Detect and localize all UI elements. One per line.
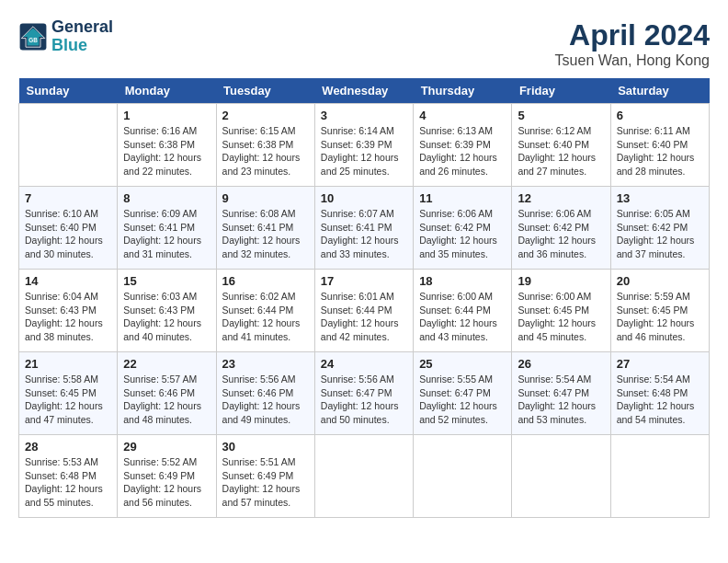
logo-icon: GB bbox=[18, 22, 48, 52]
day-info: Sunrise: 6:13 AM Sunset: 6:39 PM Dayligh… bbox=[419, 124, 506, 178]
day-number: 8 bbox=[123, 191, 210, 205]
day-info: Sunrise: 5:59 AM Sunset: 6:45 PM Dayligh… bbox=[617, 290, 703, 344]
calendar-cell: 4Sunrise: 6:13 AM Sunset: 6:39 PM Daylig… bbox=[414, 104, 512, 187]
column-header-tuesday: Tuesday bbox=[216, 78, 314, 104]
month-title: April 2024 bbox=[555, 18, 710, 52]
day-number: 23 bbox=[222, 357, 309, 371]
day-info: Sunrise: 6:06 AM Sunset: 6:42 PM Dayligh… bbox=[518, 207, 604, 261]
calendar-cell: 2Sunrise: 6:15 AM Sunset: 6:38 PM Daylig… bbox=[216, 104, 314, 187]
title-block: April 2024 Tsuen Wan, Hong Kong bbox=[555, 18, 710, 69]
day-number: 15 bbox=[123, 274, 210, 288]
calendar-cell: 27Sunrise: 5:54 AM Sunset: 6:48 PM Dayli… bbox=[610, 352, 709, 435]
day-number: 5 bbox=[518, 109, 604, 122]
day-number: 21 bbox=[25, 357, 111, 371]
day-info: Sunrise: 6:01 AM Sunset: 6:44 PM Dayligh… bbox=[321, 290, 407, 344]
column-header-thursday: Thursday bbox=[414, 78, 512, 104]
day-number: 19 bbox=[518, 274, 604, 288]
day-info: Sunrise: 6:16 AM Sunset: 6:38 PM Dayligh… bbox=[123, 124, 210, 178]
day-info: Sunrise: 6:05 AM Sunset: 6:42 PM Dayligh… bbox=[617, 207, 703, 261]
day-info: Sunrise: 5:57 AM Sunset: 6:46 PM Dayligh… bbox=[123, 373, 210, 427]
day-number: 2 bbox=[222, 109, 309, 122]
calendar-cell: 30Sunrise: 5:51 AM Sunset: 6:49 PM Dayli… bbox=[216, 435, 314, 518]
calendar-cell: 7Sunrise: 6:10 AM Sunset: 6:40 PM Daylig… bbox=[19, 187, 118, 270]
day-info: Sunrise: 6:02 AM Sunset: 6:44 PM Dayligh… bbox=[222, 290, 309, 344]
column-header-wednesday: Wednesday bbox=[314, 78, 413, 104]
day-info: Sunrise: 6:11 AM Sunset: 6:40 PM Dayligh… bbox=[617, 124, 703, 178]
svg-text:GB: GB bbox=[28, 37, 38, 43]
calendar-cell: 10Sunrise: 6:07 AM Sunset: 6:41 PM Dayli… bbox=[314, 187, 413, 270]
page-header: GB GeneralBlue April 2024 Tsuen Wan, Hon… bbox=[18, 18, 710, 69]
calendar-cell: 28Sunrise: 5:53 AM Sunset: 6:48 PM Dayli… bbox=[19, 435, 118, 518]
day-number: 10 bbox=[321, 191, 407, 205]
day-number: 4 bbox=[419, 109, 506, 122]
day-info: Sunrise: 5:52 AM Sunset: 6:49 PM Dayligh… bbox=[123, 455, 210, 510]
day-info: Sunrise: 6:00 AM Sunset: 6:45 PM Dayligh… bbox=[518, 290, 604, 344]
day-info: Sunrise: 6:04 AM Sunset: 6:43 PM Dayligh… bbox=[25, 290, 111, 344]
day-number: 1 bbox=[123, 109, 210, 122]
day-info: Sunrise: 5:54 AM Sunset: 6:48 PM Dayligh… bbox=[617, 373, 703, 427]
day-info: Sunrise: 5:56 AM Sunset: 6:46 PM Dayligh… bbox=[222, 373, 309, 427]
column-header-monday: Monday bbox=[118, 78, 216, 104]
calendar-cell: 11Sunrise: 6:06 AM Sunset: 6:42 PM Dayli… bbox=[414, 187, 512, 270]
calendar-cell: 21Sunrise: 5:58 AM Sunset: 6:45 PM Dayli… bbox=[19, 352, 118, 435]
logo: GB GeneralBlue bbox=[18, 18, 113, 55]
location: Tsuen Wan, Hong Kong bbox=[555, 52, 710, 69]
day-number: 14 bbox=[25, 274, 111, 288]
day-info: Sunrise: 5:54 AM Sunset: 6:47 PM Dayligh… bbox=[518, 373, 604, 427]
day-info: Sunrise: 6:08 AM Sunset: 6:41 PM Dayligh… bbox=[222, 207, 309, 261]
day-number: 13 bbox=[617, 191, 703, 205]
day-number: 24 bbox=[321, 357, 407, 371]
calendar-cell bbox=[414, 435, 512, 518]
calendar-cell bbox=[19, 104, 118, 187]
day-info: Sunrise: 6:09 AM Sunset: 6:41 PM Dayligh… bbox=[123, 207, 210, 261]
calendar-cell bbox=[512, 435, 610, 518]
column-header-sunday: Sunday bbox=[19, 78, 118, 104]
day-info: Sunrise: 6:12 AM Sunset: 6:40 PM Dayligh… bbox=[518, 124, 604, 178]
day-info: Sunrise: 6:06 AM Sunset: 6:42 PM Dayligh… bbox=[419, 207, 506, 261]
calendar-cell: 15Sunrise: 6:03 AM Sunset: 6:43 PM Dayli… bbox=[118, 270, 216, 352]
calendar-cell: 24Sunrise: 5:56 AM Sunset: 6:47 PM Dayli… bbox=[314, 352, 413, 435]
day-number: 6 bbox=[617, 109, 703, 122]
calendar-cell: 23Sunrise: 5:56 AM Sunset: 6:46 PM Dayli… bbox=[216, 352, 314, 435]
day-number: 27 bbox=[617, 357, 703, 371]
day-number: 11 bbox=[419, 191, 506, 205]
calendar-cell: 9Sunrise: 6:08 AM Sunset: 6:41 PM Daylig… bbox=[216, 187, 314, 270]
calendar-cell: 16Sunrise: 6:02 AM Sunset: 6:44 PM Dayli… bbox=[216, 270, 314, 352]
calendar-cell: 18Sunrise: 6:00 AM Sunset: 6:44 PM Dayli… bbox=[414, 270, 512, 352]
calendar-cell: 25Sunrise: 5:55 AM Sunset: 6:47 PM Dayli… bbox=[414, 352, 512, 435]
day-info: Sunrise: 5:53 AM Sunset: 6:48 PM Dayligh… bbox=[25, 455, 111, 510]
calendar-cell: 19Sunrise: 6:00 AM Sunset: 6:45 PM Dayli… bbox=[512, 270, 610, 352]
day-number: 12 bbox=[518, 191, 604, 205]
day-number: 22 bbox=[123, 357, 210, 371]
calendar-cell bbox=[610, 435, 709, 518]
column-header-friday: Friday bbox=[512, 78, 610, 104]
calendar-table: SundayMondayTuesdayWednesdayThursdayFrid… bbox=[18, 78, 710, 518]
calendar-cell bbox=[314, 435, 413, 518]
calendar-cell: 5Sunrise: 6:12 AM Sunset: 6:40 PM Daylig… bbox=[512, 104, 610, 187]
calendar-cell: 8Sunrise: 6:09 AM Sunset: 6:41 PM Daylig… bbox=[118, 187, 216, 270]
day-number: 17 bbox=[321, 274, 407, 288]
day-info: Sunrise: 5:56 AM Sunset: 6:47 PM Dayligh… bbox=[321, 373, 407, 427]
day-number: 18 bbox=[419, 274, 506, 288]
day-info: Sunrise: 6:07 AM Sunset: 6:41 PM Dayligh… bbox=[321, 207, 407, 261]
day-number: 28 bbox=[25, 440, 111, 454]
day-info: Sunrise: 5:51 AM Sunset: 6:49 PM Dayligh… bbox=[222, 455, 309, 510]
calendar-cell: 13Sunrise: 6:05 AM Sunset: 6:42 PM Dayli… bbox=[610, 187, 709, 270]
day-info: Sunrise: 6:14 AM Sunset: 6:39 PM Dayligh… bbox=[321, 124, 407, 178]
calendar-cell: 20Sunrise: 5:59 AM Sunset: 6:45 PM Dayli… bbox=[610, 270, 709, 352]
day-number: 7 bbox=[25, 191, 111, 205]
column-header-saturday: Saturday bbox=[610, 78, 709, 104]
day-info: Sunrise: 5:55 AM Sunset: 6:47 PM Dayligh… bbox=[419, 373, 506, 427]
calendar-cell: 29Sunrise: 5:52 AM Sunset: 6:49 PM Dayli… bbox=[118, 435, 216, 518]
day-info: Sunrise: 5:58 AM Sunset: 6:45 PM Dayligh… bbox=[25, 373, 111, 427]
day-number: 26 bbox=[518, 357, 604, 371]
calendar-cell: 6Sunrise: 6:11 AM Sunset: 6:40 PM Daylig… bbox=[610, 104, 709, 187]
day-info: Sunrise: 6:00 AM Sunset: 6:44 PM Dayligh… bbox=[419, 290, 506, 344]
calendar-cell: 17Sunrise: 6:01 AM Sunset: 6:44 PM Dayli… bbox=[314, 270, 413, 352]
day-number: 29 bbox=[123, 440, 210, 454]
day-number: 30 bbox=[222, 440, 309, 454]
day-number: 3 bbox=[321, 109, 407, 122]
day-number: 20 bbox=[617, 274, 703, 288]
day-info: Sunrise: 6:10 AM Sunset: 6:40 PM Dayligh… bbox=[25, 207, 111, 261]
calendar-cell: 14Sunrise: 6:04 AM Sunset: 6:43 PM Dayli… bbox=[19, 270, 118, 352]
